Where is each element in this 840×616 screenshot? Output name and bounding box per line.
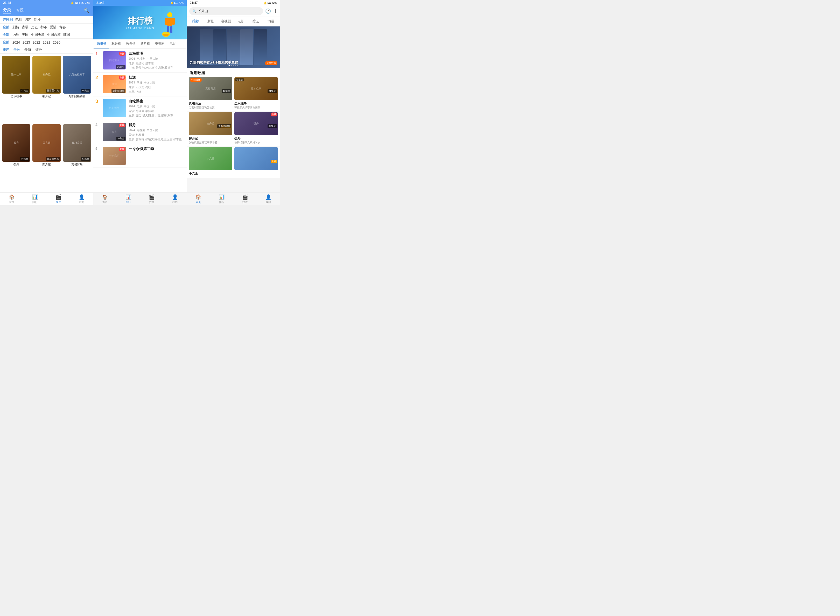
rank-cast-3: 主演: 张喆,杨天翔,唐小喜,张赫,刘琮 bbox=[129, 114, 185, 117]
nav-home-2[interactable]: 🏠 首页 bbox=[93, 193, 117, 205]
filter-genre-all[interactable]: 全部 bbox=[3, 25, 10, 29]
filter-2022[interactable]: 2022 bbox=[33, 40, 40, 44]
tab-hot-search[interactable]: 热搜榜 bbox=[123, 40, 138, 48]
panel-ranking: 21:48 🔔 5G 72% 排行榜 PAI HANG BANG bbox=[93, 0, 187, 205]
sort-rating[interactable]: 评分 bbox=[35, 47, 42, 52]
filter-hk[interactable]: 中国香港 bbox=[31, 32, 45, 37]
tab-new-film[interactable]: 新片榜 bbox=[138, 40, 152, 48]
nav-mine-3[interactable]: 👤 我的 bbox=[257, 193, 280, 205]
filter-movie[interactable]: 电影 bbox=[15, 18, 22, 22]
tab-recommend[interactable]: 推荐 bbox=[188, 17, 203, 26]
rank-item-1[interactable]: 1 四海重明 热播 36集全 四海重明 2024 电视剧 中国大陆 导演: 温德… bbox=[93, 49, 187, 73]
grid-item-jiubu[interactable]: 九部的检察官 18集全 九部的检察官 bbox=[63, 56, 91, 122]
tab-classify[interactable]: 分类 bbox=[3, 7, 11, 13]
filter-anime[interactable]: 动漫 bbox=[34, 18, 41, 22]
svg-point-0 bbox=[167, 12, 172, 18]
nav-find-2[interactable]: 🎬 找片 bbox=[140, 193, 163, 205]
hot-item-zhenxiang[interactable]: 真相背后 全网独播 12集全 真相背后 老宅别墅惊现诡异凶案 bbox=[189, 77, 232, 109]
nav-home-3[interactable]: 🏠 首页 bbox=[187, 193, 210, 205]
tab-new-drama[interactable]: 新剧 bbox=[203, 17, 218, 26]
nav-home-1[interactable]: 🏠 首页 bbox=[0, 193, 23, 205]
tab-variety[interactable]: 综艺 bbox=[248, 17, 263, 26]
filter-usa[interactable]: 美国 bbox=[22, 32, 28, 37]
filter-region-all[interactable]: 全部 bbox=[3, 32, 10, 37]
search-text: 长乐曲 bbox=[198, 9, 208, 13]
tab-movie[interactable]: 电影 bbox=[233, 17, 248, 26]
tab-movie[interactable]: 电影 bbox=[167, 40, 178, 48]
hot-item-liuzhou[interactable]: 柳舟记 全网独播 更新至32集 柳舟记 张晚意王楚然双马甲斗爱 bbox=[189, 112, 232, 144]
filter-variety[interactable]: 综艺 bbox=[25, 18, 31, 22]
filter-korea[interactable]: 韩国 bbox=[63, 32, 70, 37]
filter-tw[interactable]: 中国台湾 bbox=[47, 32, 61, 37]
download-icon[interactable]: ⬇ bbox=[274, 8, 277, 14]
filter-urban[interactable]: 都市 bbox=[40, 25, 47, 29]
tab-anime[interactable]: 动漫 bbox=[263, 17, 279, 26]
panel-classify: 21:48 🔔 WiFi 5G 72% 分类 专题 🔍 连续剧 电影 综艺 动漫… bbox=[0, 0, 93, 205]
hot-item-bianshui[interactable]: 边水往事 你已进 21集全 边水往事 郭麒麟吴镇宇博命闯关 bbox=[235, 77, 278, 109]
filter-mainland[interactable]: 内地 bbox=[12, 32, 19, 37]
banner-text: 排行榜 PAI HANG BANG bbox=[126, 15, 154, 30]
nav-rank-1[interactable]: 📊 排行 bbox=[23, 193, 47, 205]
filter-2021[interactable]: 2021 bbox=[43, 40, 50, 44]
grid-item-sifang[interactable]: 四方馆 更新至18集 四方馆 bbox=[32, 124, 61, 191]
sort-hot[interactable]: 最热 bbox=[13, 47, 20, 52]
filter-costume[interactable]: 古装 bbox=[22, 25, 28, 29]
tab-rising[interactable]: 飙升榜 bbox=[109, 40, 123, 48]
find-icon-2: 🎬 bbox=[149, 194, 154, 200]
filter-2020[interactable]: 2020 bbox=[53, 40, 60, 44]
nav-find-1[interactable]: 🎬 找片 bbox=[47, 193, 70, 205]
filter-type-active[interactable]: 连续剧 bbox=[3, 18, 13, 22]
filter-2023[interactable]: 2023 bbox=[22, 40, 30, 44]
tab-hot-play[interactable]: 热播榜 bbox=[94, 40, 109, 48]
grid-item-guzhou[interactable]: 孤舟 36集全 孤舟 bbox=[2, 124, 30, 191]
rank-title-5: 一令永恒第二季 bbox=[129, 147, 185, 151]
tab-tv-drama[interactable]: 电视剧 bbox=[152, 40, 167, 48]
rank-item-3[interactable]: 3 白蛇浮生 白蛇浮生 2024 电影 中国大陆 导演: 陈健喜,李佳锴 主演:… bbox=[93, 97, 187, 120]
nav-rank-3[interactable]: 📊 排行 bbox=[210, 193, 233, 205]
rank-icon-3: 📊 bbox=[219, 194, 224, 200]
rank-item-5[interactable]: 5 一令永恒 热播 一令永恒第二季 bbox=[93, 144, 187, 168]
filter-romance[interactable]: 爱情 bbox=[50, 25, 57, 29]
search-input-wrap[interactable]: 🔍 长乐曲 bbox=[189, 7, 263, 15]
thumb-liuzhou: 柳舟记 更新至32集 bbox=[32, 56, 61, 94]
nav-find-3[interactable]: 🎬 找片 bbox=[233, 193, 257, 205]
rank-item-2[interactable]: 2 仙逆 热播 更新至51集 仙逆 2023 动漫 中国大陆 导演: 石头熊,冯… bbox=[93, 73, 187, 97]
tab-tv-drama[interactable]: 电视剧 bbox=[218, 17, 233, 26]
thumb-bianshui-p3: 边水往事 你已进 21集全 bbox=[235, 77, 278, 100]
hot-item-more[interactable]: 全网 bbox=[235, 147, 278, 176]
ep-badge-1: 36集全 bbox=[116, 65, 126, 69]
hot-item-xiaoliu[interactable]: 小六壬 小六壬 bbox=[189, 147, 232, 176]
tab-special[interactable]: 专题 bbox=[16, 8, 24, 13]
nav-rank-2[interactable]: 📊 排行 bbox=[117, 193, 140, 205]
rank-cast-1: 主演: 景甜,张凌赫,官鸿,昌隆,乔振宇 bbox=[129, 66, 185, 70]
sort-new[interactable]: 最新 bbox=[24, 47, 31, 52]
history-icon[interactable]: 🕐 bbox=[265, 8, 271, 14]
grid-item-zhenxiang[interactable]: 真相背后 12集全 真相背后 bbox=[63, 124, 91, 191]
nav-find-label-1: 找片 bbox=[56, 200, 61, 204]
hot-desc-4: 曾舜晞张颂文双雄对决 bbox=[235, 141, 278, 144]
rank-info-3: 白蛇浮生 2024 电影 中国大陆 导演: 陈健喜,李佳锴 主演: 张喆,杨天翔… bbox=[129, 99, 185, 117]
rank-item-4[interactable]: 4 孤舟 热播 36集全 孤舟 2024 电视剧 中国大陆 导演: 林黎胜 主演… bbox=[93, 120, 187, 144]
nav-mine-1[interactable]: 👤 我的 bbox=[70, 193, 93, 205]
thumb-jiubu: 九部的检察官 18集全 bbox=[63, 56, 91, 94]
hot-item-guzhou[interactable]: 孤舟 热播 36集全 孤舟 曾舜晞张颂文双雄对决 bbox=[235, 112, 278, 144]
status-icons-2: 🔔 5G 72% bbox=[170, 1, 183, 4]
grid-item-liuzhou[interactable]: 柳舟记 更新至32集 柳舟记 bbox=[32, 56, 61, 122]
filter-youth[interactable]: 青春 bbox=[59, 25, 66, 29]
grid-item-bianshui[interactable]: 边水往事 21集全 边水往事 bbox=[2, 56, 30, 122]
hero-banner[interactable]: 九部的检察官:张译秦岚携手查案 全网独播 bbox=[187, 26, 280, 68]
filter-year-all[interactable]: 全部 bbox=[3, 40, 10, 45]
hot-grid-3: 小六壬 小六壬 全网 bbox=[187, 147, 280, 178]
banner-title-en: PAI HANG BANG bbox=[126, 27, 154, 30]
filter-2024[interactable]: 2024 bbox=[12, 40, 20, 44]
header-1: 分类 专题 🔍 bbox=[0, 6, 93, 16]
rank-number-2: 2 bbox=[95, 75, 100, 80]
nav-mine-2[interactable]: 👤 我的 bbox=[163, 193, 187, 205]
rank-thumb-5: 一令永恒 热播 bbox=[103, 147, 126, 165]
search-button[interactable]: 🔍 bbox=[83, 7, 90, 14]
filter-drama[interactable]: 剧情 bbox=[12, 25, 19, 29]
notification-icon-3: 🔔 bbox=[264, 1, 267, 4]
hero-badge: 全网独播 bbox=[265, 61, 277, 65]
filter-genre: 全部 剧情 古装 历史 都市 爱情 青春 bbox=[0, 23, 93, 31]
filter-history[interactable]: 历史 bbox=[31, 25, 38, 29]
